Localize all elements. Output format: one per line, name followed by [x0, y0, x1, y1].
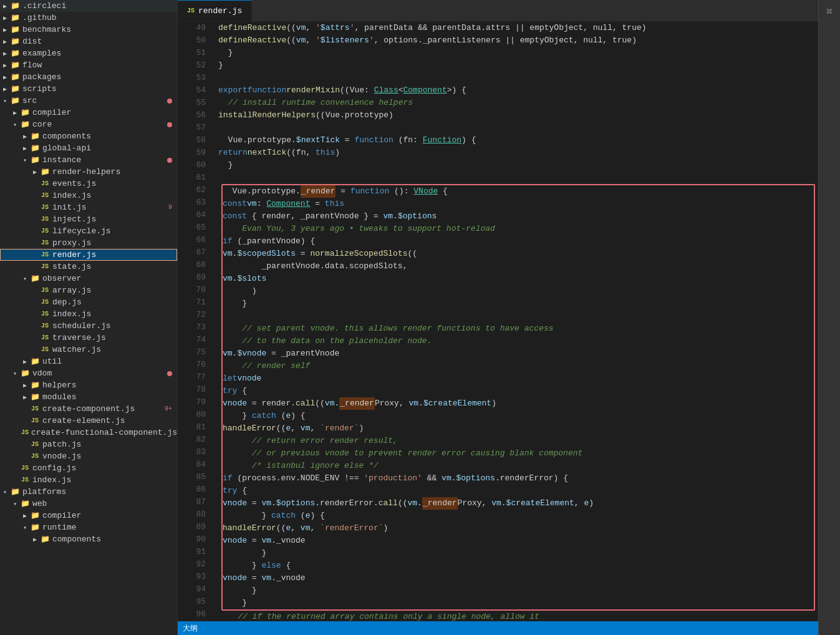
tree-item-label: proxy.js [52, 238, 177, 248]
tree-item-label: index.js [32, 475, 177, 485]
sidebar-item-runtime[interactable]: ▾📁runtime [0, 521, 177, 533]
sidebar-item-core[interactable]: ▾📁core [0, 119, 177, 130]
folder-icon: 📁 [30, 392, 40, 402]
code-line [218, 72, 818, 84]
tree-item-label: compiler [42, 511, 177, 520]
sidebar-item-traverse.js[interactable]: JStraverse.js [0, 332, 177, 344]
code-line: } else { [223, 560, 814, 572]
sidebar-item-rt-components[interactable]: ▶📁components [0, 533, 177, 545]
folder-icon: 📁 [10, 25, 20, 34]
tree-item-label: render-helpers [52, 167, 177, 177]
sidebar-item-github[interactable]: ▶📁.github [0, 12, 177, 24]
sidebar-item-create-component.js[interactable]: JScreate-component.js9+ [0, 403, 177, 415]
sidebar-item-scripts[interactable]: ▶📁scripts [0, 83, 177, 95]
code-line: } [218, 47, 818, 59]
tree-item-label: array.js [52, 286, 177, 295]
js-file-icon: JS [20, 477, 30, 483]
js-icon: JS [187, 7, 195, 14]
sidebar-item-render.js[interactable]: JSrender.js [0, 249, 177, 261]
js-file-icon: JS [30, 441, 40, 448]
js-file-icon: JS [40, 216, 50, 223]
tree-item-label: watcher.js [52, 345, 177, 354]
tree-item-label: components [52, 535, 177, 544]
sidebar-item-proxy.js[interactable]: JSproxy.js [0, 237, 177, 249]
sidebar-item-helpers[interactable]: ▶📁helpers [0, 379, 177, 391]
modified-dot [167, 99, 172, 104]
sidebar-item-global-api[interactable]: ▶📁global-api [0, 142, 177, 154]
sidebar-item-dist[interactable]: ▶📁dist [0, 36, 177, 47]
tree-item-label: create-element.js [42, 416, 177, 425]
sidebar-item-instance[interactable]: ▾📁instance [0, 154, 177, 166]
terminal-icon[interactable]: ⌘ [824, 3, 835, 21]
sidebar-item-packages[interactable]: ▶📁packages [0, 71, 177, 83]
line-number: 55 [178, 97, 206, 109]
folder-arrow: ▾ [0, 97, 10, 105]
code-line: vm.$scopedSlots = normalizeScopedSlots(( [223, 248, 814, 260]
sidebar-item-init.js[interactable]: JSinit.js9 [0, 201, 177, 213]
sidebar-item-platforms[interactable]: ▾📁platforms [0, 486, 177, 498]
js-file-icon: JS [30, 405, 40, 412]
sidebar-item-modules[interactable]: ▶📁modules [0, 391, 177, 403]
code-line: // if the returned array contains only a… [218, 611, 818, 621]
js-file-icon: JS [40, 311, 50, 318]
line-number: 51 [178, 47, 206, 59]
js-file-icon: JS [40, 228, 50, 235]
tab-label: render.js [198, 6, 242, 16]
sidebar-item-lifecycle.js[interactable]: JSlifecycle.js [0, 225, 177, 237]
tree-item-label: state.js [52, 262, 177, 271]
sidebar-item-web-compiler[interactable]: ▶📁compiler [0, 510, 177, 521]
code-line: installRenderHelpers((Vue.prototype) [218, 109, 818, 122]
js-file-icon: JS [40, 322, 50, 329]
line-number: 84 [178, 458, 206, 471]
sidebar-item-scheduler.js[interactable]: JSscheduler.js [0, 320, 177, 332]
sidebar-item-compiler[interactable]: ▶📁compiler [0, 107, 177, 119]
line-number: 72 [178, 309, 206, 321]
sidebar-item-components[interactable]: ▶📁components [0, 130, 177, 142]
sidebar-item-watcher.js[interactable]: JSwatcher.js [0, 344, 177, 356]
code-area[interactable]: defineReactive((vm, '$attrs', parentData… [212, 22, 818, 621]
sidebar-item-src-index.js[interactable]: JSindex.js [0, 474, 177, 486]
sidebar-item-create-functional-component.js[interactable]: JScreate-functional-component.js [0, 427, 177, 439]
sidebar-item-events.js[interactable]: JSevents.js [0, 178, 177, 190]
sidebar-item-inject.js[interactable]: JSinject.js [0, 213, 177, 225]
sidebar-item-obs-index.js[interactable]: JSindex.js [0, 308, 177, 320]
sidebar-item-patch.js[interactable]: JSpatch.js [0, 439, 177, 450]
sidebar-item-benchmarks[interactable]: ▶📁benchmarks [0, 24, 177, 36]
sidebar-item-examples[interactable]: ▶📁examples [0, 47, 177, 59]
folder-arrow: ▶ [0, 50, 10, 57]
sidebar-item-index.js[interactable]: JSindex.js [0, 190, 177, 201]
folder-icon: 📁 [20, 108, 30, 117]
tree-item-label: web [32, 499, 177, 508]
folder-icon: 📁 [30, 523, 40, 532]
line-number: 50 [178, 34, 206, 47]
sidebar-item-flow[interactable]: ▶📁flow [0, 59, 177, 71]
code-line: } [218, 159, 818, 172]
sidebar-item-dep.js[interactable]: JSdep.js [0, 296, 177, 308]
sidebar-item-config.js[interactable]: JSconfig.js [0, 462, 177, 474]
line-number: 59 [178, 147, 206, 159]
line-number: 87 [178, 496, 206, 508]
status-bar: 大纲 [178, 621, 818, 635]
sidebar-item-circleci[interactable]: ▶📁.circleci [0, 0, 177, 12]
sidebar-item-src[interactable]: ▾📁src [0, 95, 177, 107]
folder-arrow: ▶ [0, 74, 10, 81]
sidebar-item-vnode.js[interactable]: JSvnode.js [0, 450, 177, 462]
line-number: 74 [178, 334, 206, 346]
code-line: // set parent vnode. this allows render … [223, 322, 814, 335]
tree-item-label: render.js [52, 250, 177, 259]
line-number: 94 [178, 583, 206, 596]
sidebar-item-util[interactable]: ▶📁util [0, 356, 177, 367]
sidebar-item-array.js[interactable]: JSarray.js [0, 284, 177, 296]
line-number: 67 [178, 246, 206, 259]
sidebar-item-web[interactable]: ▾📁web [0, 498, 177, 510]
sidebar-item-state.js[interactable]: JSstate.js [0, 261, 177, 273]
sidebar-item-vdom[interactable]: ▾📁vdom [0, 367, 177, 379]
sidebar-item-observer[interactable]: ▾📁observer [0, 273, 177, 284]
tree-item-label: src [22, 96, 167, 105]
code-line: const { render, _parentVnode } = vm.$opt… [223, 210, 814, 223]
code-line: try { [223, 385, 814, 397]
tree-item-label: events.js [52, 179, 177, 188]
tab-render-js[interactable]: JS render.js [178, 0, 252, 22]
sidebar-item-render-helpers[interactable]: ▶📁render-helpers [0, 166, 177, 178]
sidebar-item-create-element.js[interactable]: JScreate-element.js [0, 415, 177, 427]
